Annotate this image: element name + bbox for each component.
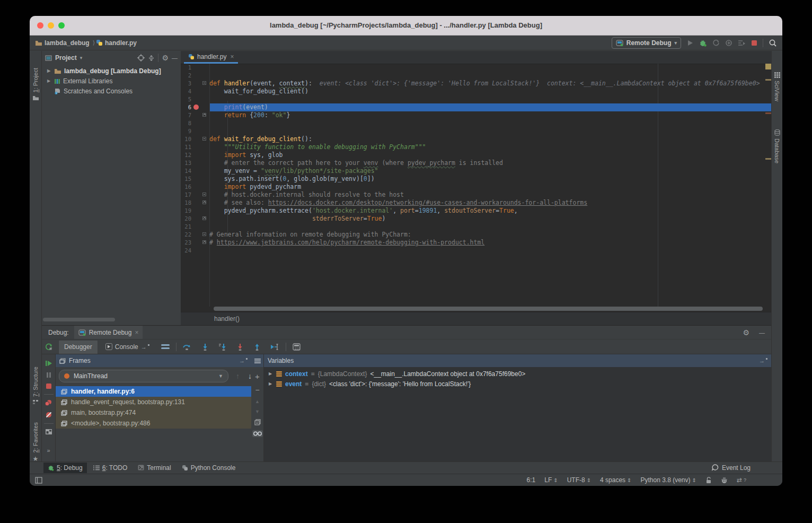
- stripe-warning-mark[interactable]: [765, 158, 771, 160]
- inspections-hector-icon[interactable]: [721, 477, 728, 484]
- code-line[interactable]: 19 pydevd_pycharm.settrace('host.docker.…: [181, 207, 771, 215]
- fold-gutter[interactable]: [200, 80, 209, 88]
- hide-panel-icon[interactable]: —: [759, 329, 765, 336]
- step-out-icon[interactable]: [253, 343, 261, 351]
- thread-selector[interactable]: MainThread ▼: [59, 370, 228, 382]
- breakpoint-gutter[interactable]: [191, 80, 200, 88]
- breakpoint-gutter[interactable]: [191, 199, 200, 207]
- fold-marker[interactable]: [202, 240, 206, 244]
- breakpoint-gutter[interactable]: [191, 159, 200, 167]
- toolwindow-tab-python-console[interactable]: Python Console: [178, 463, 240, 473]
- tab-console[interactable]: Console →: [100, 340, 155, 353]
- breadcrumb-file[interactable]: handler.py: [105, 39, 137, 47]
- run-to-cursor-icon[interactable]: [270, 343, 280, 351]
- rerun-icon[interactable]: [45, 343, 53, 351]
- tree-item[interactable]: ▶External Libraries: [42, 76, 181, 86]
- pause-program-icon[interactable]: [46, 372, 52, 378]
- view-breakpoints-icon[interactable]: [45, 399, 52, 406]
- code-line[interactable]: 18 # see also: https://docs.docker.com/d…: [181, 199, 771, 207]
- fold-gutter[interactable]: [200, 167, 209, 175]
- stack-frame[interactable]: main, bootstrap.py:474: [56, 407, 251, 418]
- fold-gutter[interactable]: [200, 175, 209, 183]
- minimize-window-button[interactable]: [48, 22, 54, 29]
- code-line[interactable]: 17 # host.docker.internal should resolve…: [181, 191, 771, 199]
- gear-icon[interactable]: ⚙: [743, 328, 749, 337]
- expand-arrow-icon[interactable]: ▶: [269, 381, 273, 386]
- editor-hscrollbar[interactable]: [214, 307, 763, 311]
- mute-breakpoints-icon[interactable]: [45, 411, 52, 419]
- breakpoint-gutter[interactable]: [191, 183, 200, 191]
- code-area[interactable]: 123def handler(event, context): event: <…: [181, 64, 771, 307]
- tool-tab-project[interactable]: 1: Project: [30, 68, 41, 101]
- fold-gutter[interactable]: [200, 119, 209, 127]
- code-line[interactable]: 2: [181, 72, 771, 80]
- close-tab-icon[interactable]: ×: [230, 53, 234, 60]
- code-line[interactable]: 5: [181, 95, 771, 103]
- breakpoint-gutter[interactable]: [191, 215, 200, 223]
- previous-frame-icon[interactable]: ↑: [236, 372, 240, 380]
- fold-gutter[interactable]: [200, 159, 209, 167]
- code-line[interactable]: 20 stderrToServer=True): [181, 215, 771, 223]
- move-watch-down-icon[interactable]: ▼: [255, 409, 260, 414]
- tool-tab-database[interactable]: Database: [772, 129, 782, 163]
- fold-gutter[interactable]: [200, 199, 209, 207]
- stack-frame[interactable]: handler, handler.py:6: [56, 386, 251, 397]
- pin-tab-icon[interactable]: →: [141, 344, 149, 350]
- fold-gutter[interactable]: [200, 223, 209, 231]
- fold-gutter[interactable]: [200, 103, 209, 111]
- code-line[interactable]: 6 print(event): [181, 103, 771, 111]
- breakpoint-gutter[interactable]: [191, 231, 200, 239]
- fold-gutter[interactable]: [200, 64, 209, 72]
- breakpoint-gutter[interactable]: [191, 151, 200, 159]
- code-line[interactable]: 11 """Utility function to enable debuggi…: [181, 143, 771, 151]
- toolwindow-tab-terminal[interactable]: Terminal: [134, 463, 175, 473]
- breakpoint-gutter[interactable]: [191, 95, 200, 103]
- indent-widget[interactable]: 4 spaces⇕: [600, 476, 631, 484]
- fold-gutter[interactable]: [200, 95, 209, 103]
- step-out-of-code-block-icon[interactable]: [236, 343, 244, 351]
- editor-tab-handler-py[interactable]: handler.py ×: [184, 51, 238, 64]
- more-actions-icon[interactable]: »: [47, 447, 50, 454]
- breakpoint-gutter[interactable]: [191, 167, 200, 175]
- fold-gutter[interactable]: [200, 88, 209, 95]
- layout-settings-icon[interactable]: [161, 344, 170, 350]
- toolwindow-tab-debug[interactable]: 5: Debug: [43, 463, 87, 473]
- menu-icon[interactable]: [254, 359, 261, 363]
- debug-button[interactable]: [699, 39, 707, 47]
- collapse-all-icon[interactable]: [148, 55, 155, 62]
- fold-marker[interactable]: [202, 81, 206, 85]
- code-line[interactable]: 22# General information on remote debugg…: [181, 231, 771, 239]
- fold-marker[interactable]: [202, 201, 206, 204]
- close-session-icon[interactable]: ×: [135, 329, 138, 336]
- tool-tab-structure[interactable]: 7: Structure: [30, 367, 41, 405]
- evaluate-expression-icon[interactable]: [293, 343, 301, 351]
- breakpoint-gutter[interactable]: [191, 103, 200, 111]
- breakpoint-gutter[interactable]: [191, 88, 200, 95]
- variable-row[interactable]: ▶context={LambdaContext}<__main__.Lambda…: [264, 369, 771, 379]
- move-watch-up-icon[interactable]: ▲: [255, 399, 260, 404]
- breakpoint-gutter[interactable]: [191, 175, 200, 183]
- toolwindow-toggle-icon[interactable]: [35, 477, 42, 484]
- expand-arrow-icon[interactable]: ▶: [46, 79, 51, 83]
- breakpoint-gutter[interactable]: [191, 223, 200, 231]
- update-status-icon[interactable]: ⇄?: [737, 476, 746, 484]
- variable-row[interactable]: ▶event={dict}<class 'dict'>: {'message':…: [264, 379, 771, 389]
- fold-marker[interactable]: [202, 232, 206, 236]
- step-into-icon[interactable]: [201, 343, 209, 351]
- stop-icon[interactable]: [46, 383, 52, 389]
- add-watch-icon[interactable]: +: [255, 372, 260, 381]
- fold-gutter[interactable]: [200, 143, 209, 151]
- code-line[interactable]: 15 sys.path.insert(0, glob.glob(my_venv)…: [181, 175, 771, 183]
- stop-button[interactable]: [751, 40, 757, 46]
- code-line[interactable]: 16 import pydevd_pycharm: [181, 183, 771, 191]
- debug-session-tab[interactable]: Remote Debug ×: [74, 326, 143, 339]
- expand-arrow-icon[interactable]: ▶: [46, 68, 51, 73]
- expand-arrow-icon[interactable]: ▶: [269, 371, 273, 376]
- step-over-icon[interactable]: [182, 343, 192, 351]
- breakpoint-gutter[interactable]: [191, 135, 200, 143]
- fold-marker[interactable]: [202, 216, 206, 220]
- fold-gutter[interactable]: [200, 191, 209, 199]
- locate-file-icon[interactable]: [137, 54, 145, 62]
- project-hscrollbar[interactable]: [43, 318, 115, 321]
- code-line[interactable]: 7 return {200: "ok"}: [181, 111, 771, 119]
